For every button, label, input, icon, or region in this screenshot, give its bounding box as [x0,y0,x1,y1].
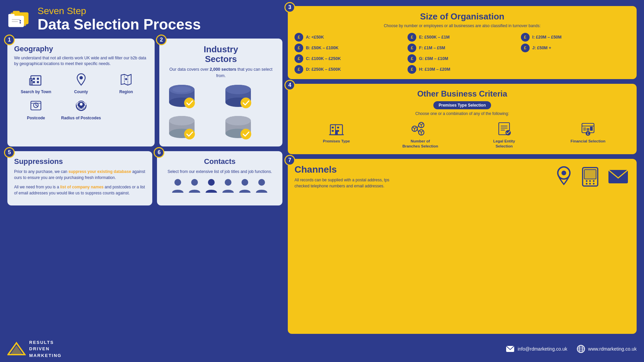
step3-badge: 3 [284,2,295,13]
svg-point-34 [184,98,195,108]
band-J: £ J: £50M + [521,44,630,52]
band-B-label: B: £50K – £100K [306,46,338,50]
step2-desc: Our data covers over 2,000 sectors that … [166,66,276,78]
footer-line1: RESULTS [29,339,62,346]
suppress-link2[interactable]: list of company names [60,185,103,189]
person-icon-6 [255,178,269,195]
geo-label-postcode: Postcode [27,116,45,120]
band-C-label: C: £100K – £250K [306,56,341,61]
size-bands-grid: £ A: <£50K £ E: £500K – £1M £ I: £20M – … [294,33,630,74]
svg-point-9 [19,22,21,23]
svg-rect-11 [33,78,35,80]
step6-contacts-card: 6 Contacts Select from our extensive lis… [157,151,282,205]
step5-body2: All we need from you is a list of compan… [14,184,146,196]
svg-rect-13 [33,81,35,83]
step6-desc: Select from our extensive list of job ti… [164,169,276,175]
pound-icon-F: £ [408,44,416,52]
left-column: Seven Step Data Selection Process 1 Geog… [7,6,282,334]
svg-text:£: £ [587,132,589,135]
footer-line3: MARKETING [29,352,62,359]
top-row: 1 Geography We understand that not all c… [7,39,282,146]
header-subtitle: Seven Step [38,6,201,16]
step4-title: Other Business Criteria [294,89,630,99]
svg-line-67 [417,125,419,129]
step3-title: Size of Organisation [294,11,630,22]
svg-point-87 [593,180,595,182]
svg-point-48 [225,116,251,125]
band-I-label: I: £20M – £50M [532,35,562,40]
pound-icon-D: £ [294,65,303,74]
footer-website-text: www.rdmarketing.co.uk [588,346,637,352]
band-J-label: J: £50M + [532,46,551,50]
step7-desc: All records can be supplied with a posta… [294,177,397,189]
step1-icons-grid: Search by Town County [14,71,148,120]
database-icon-3 [166,113,219,142]
svg-rect-7 [12,21,18,22]
step6-title: Contacts [164,157,276,166]
band-F-label: F: £1M – £5M [419,46,445,50]
geo-item-search-by-town: Search by Town [14,71,58,94]
footer-email-text: info@rdmarketing.co.uk [518,346,567,352]
step2-title: IndustrySectors [166,45,276,64]
band-E-label: E: £500K – £1M [419,35,449,40]
criteria-financial-label: Financial Selection [571,139,605,144]
database-icons [166,82,276,142]
svg-point-33 [172,86,191,93]
radius-icon [72,97,90,114]
svg-point-54 [241,179,248,186]
pound-icon-I: £ [521,33,530,42]
pound-icon-A: £ [294,33,303,42]
person-icon-3 [204,178,218,195]
right-column: 3 Size of Organisation Choose by number … [288,6,637,334]
step4-badge: 4 [284,80,295,90]
band-A: £ A: <£50K [294,33,404,42]
step2-bold: 2,000 sectors [210,67,236,72]
channel-phone-icon [579,165,601,188]
svg-point-85 [586,180,588,182]
svg-line-68 [417,129,419,132]
svg-point-55 [258,179,265,186]
band-D: £ D: £250K – £500K [294,65,404,74]
criteria-branches: Number of Branches Selection [402,120,439,149]
person-icon-5 [238,178,252,195]
svg-rect-12 [37,78,39,80]
step4-other-card: 4 Other Business Criteria Premises Type … [288,84,637,154]
pound-icon-J: £ [521,44,530,52]
band-empty-1 [521,54,630,63]
svg-rect-58 [332,127,334,128]
database-icon-1 [166,82,219,111]
step3-subtitle: Choose by number or employees or all bus… [294,23,630,29]
channels-content-row: Channels All records can be supplied wit… [294,164,630,189]
svg-rect-6 [12,19,20,20]
criteria-branches-label: Number of Branches Selection [402,139,439,149]
pound-icon-B: £ [294,44,303,52]
band-E: £ E: £500K – £1M [408,33,517,42]
step3-size-card: 3 Size of Organisation Choose by number … [288,6,637,79]
geo-label-county: County [74,89,88,94]
geo-label-region: Region [119,89,133,94]
band-H: £ H: £10M – £20M [408,65,517,74]
contacts-icons-row [164,178,276,195]
band-A-label: A: <£50K [306,35,324,40]
geo-item-postcode: Postcode [14,97,58,120]
financial-icon: £ [579,120,597,137]
pound-icon-C: £ [294,54,303,63]
database-icon-4 [222,113,276,142]
criteria-icons-row: Premises Type [294,120,630,149]
step7-badge: 7 [284,155,295,166]
suppress-link1[interactable]: suppress your existing database [68,169,131,174]
geo-item-county: County [59,71,103,94]
svg-point-82 [561,171,566,175]
footer-globe-icon [577,345,585,353]
person-icon-4 [221,178,235,195]
svg-point-49 [240,129,251,139]
step1-title: Geography [14,45,148,53]
premises-type-badge: Premises Type Selection [433,101,491,109]
region-map-icon [117,71,135,88]
svg-rect-60 [337,127,339,128]
pound-icon-G: £ [408,54,416,63]
step7-channels-card: 7 Channels All records can be supplied w… [288,159,637,334]
footer-company-name: RESULTS DRIVEN MARKETING [29,339,62,359]
step5-suppressions-card: 5 Suppressions Prior to any purchase, we… [7,151,152,205]
pound-icon-E: £ [408,33,416,42]
